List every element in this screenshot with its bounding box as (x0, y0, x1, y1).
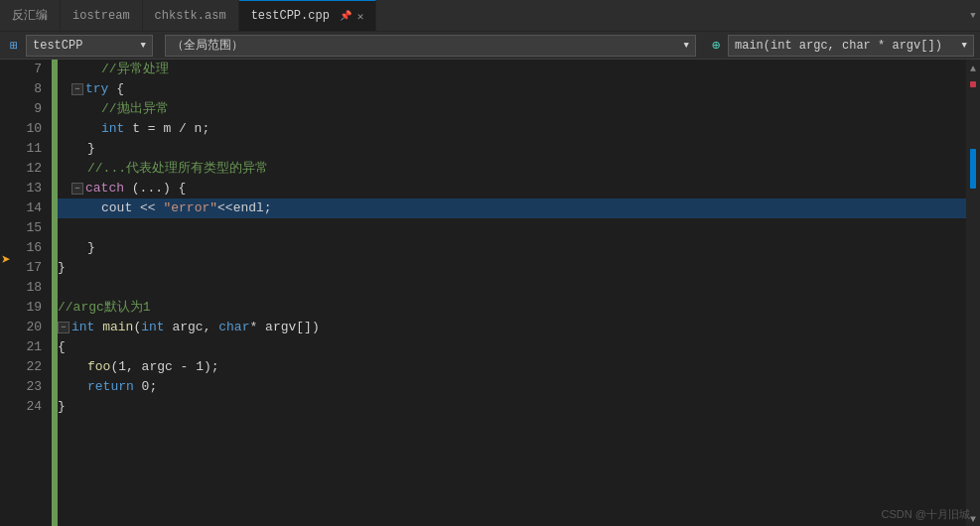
toolbar-middle: （全局范围） ▼ (159, 35, 702, 57)
token-plain: ( (133, 318, 141, 337)
token-kw: return (87, 377, 134, 397)
code-line-22: foo(1, argc - 1); (58, 357, 966, 377)
line-num-17: 17 (12, 258, 46, 278)
code-line-17: } (58, 258, 966, 278)
code-line-15 (58, 218, 966, 238)
tab-iostream[interactable]: iostream (61, 0, 143, 31)
code-line-9: //抛出异常 (58, 99, 966, 119)
function-dropdown[interactable]: main(int argc, char * argv[]) ▼ (728, 35, 974, 57)
token-fn: main (102, 318, 133, 337)
minimap-marker-red (970, 81, 976, 87)
token-plain (94, 318, 102, 337)
line-num-10: 10 (12, 119, 46, 139)
fold-icon-20[interactable]: − (58, 322, 70, 333)
code-line-21: { (58, 337, 966, 357)
scope-label: （全局范围） (172, 37, 243, 54)
minimap-thumb[interactable] (970, 149, 976, 189)
editor-main: ➤ 789101112131415161718192021222324 //异常… (0, 60, 980, 526)
fold-icon-8[interactable]: − (71, 83, 83, 95)
token-plain: (1, argc - 1); (110, 357, 218, 377)
fold-icon-13[interactable]: − (71, 183, 83, 195)
token-fn: foo (87, 357, 110, 377)
function-dropdown-arrow: ▼ (962, 41, 967, 51)
token-plain: argc, (165, 318, 219, 337)
code-line-18 (58, 278, 966, 298)
line-num-8: 8 (12, 79, 46, 99)
arrow-marker: ➤ (0, 250, 12, 270)
tab-bar: 反汇编 iostream chkstk.asm testCPP.cpp 📌 ✕ … (0, 0, 980, 32)
token-plain: { (58, 337, 66, 357)
token-comment: //抛出异常 (101, 99, 169, 119)
token-comment: //异常处理 (101, 60, 169, 79)
token-comment: //argc默认为1 (58, 298, 151, 318)
tab-testcpp-close[interactable]: ✕ (357, 10, 364, 23)
token-plain: * argv[]) (249, 318, 319, 337)
line-num-12: 12 (12, 159, 46, 179)
line-num-24: 24 (12, 397, 46, 417)
code-line-14: cout << "error"<<endl; (58, 198, 966, 218)
token-kw2: catch (85, 179, 124, 198)
line-num-20: 20 (12, 318, 46, 337)
code-line-11: } (58, 139, 966, 159)
line-num-15: 15 (12, 218, 46, 238)
code-line-19: //argc默认为1 (58, 298, 966, 318)
tab-testcpp-label: testCPP.cpp (251, 9, 330, 23)
token-string: "error" (163, 198, 217, 218)
line-num-19: 19 (12, 298, 46, 318)
scope-dropdown-arrow: ▼ (684, 41, 689, 51)
line-num-13: 13 (12, 179, 46, 198)
token-kw: char (218, 318, 249, 337)
tab-disasm[interactable]: 反汇编 (0, 0, 61, 31)
token-plain: } (87, 238, 95, 258)
project-dropdown[interactable]: testCPP ▼ (26, 35, 153, 57)
token-plain: <<endl; (217, 198, 272, 218)
line-num-16: 16 (12, 238, 46, 258)
code-line-24: } (58, 397, 966, 417)
code-line-16: } (58, 238, 966, 258)
token-plain: (...) { (124, 179, 186, 198)
toolbar: ⊞ testCPP ▼ （全局范围） ▼ ⊕ main(int argc, ch… (0, 32, 980, 60)
token-kw: int (101, 119, 124, 139)
scrollbar-track: ▲ ▼ (966, 60, 980, 526)
line-num-7: 7 (12, 60, 46, 79)
token-plain: } (58, 397, 66, 417)
code-line-12: //...代表处理所有类型的异常 (58, 159, 966, 179)
code-line-7: //异常处理 (58, 60, 966, 79)
token-kw: try (85, 79, 108, 99)
token-plain: cout << (101, 198, 163, 218)
toolbar-right: ⊕ main(int argc, char * argv[]) ▼ (702, 35, 980, 57)
project-dropdown-arrow: ▼ (141, 41, 146, 51)
tab-chkstk-label: chkstk.asm (155, 9, 226, 23)
line-numbers: 789101112131415161718192021222324 (12, 60, 52, 526)
line-num-23: 23 (12, 377, 46, 397)
line-num-14: 14 (12, 198, 46, 218)
line-num-11: 11 (12, 139, 46, 159)
code-area[interactable]: //异常处理−try {//抛出异常int t = m / n;}//...代表… (58, 60, 966, 526)
token-kw: int (141, 318, 164, 337)
tab-chkstk[interactable]: chkstk.asm (143, 0, 239, 31)
tab-pin-icon: 📌 (340, 10, 351, 22)
code-line-13: −catch (...) { (58, 179, 966, 198)
line-num-9: 9 (12, 99, 46, 119)
function-label: main(int argc, char * argv[]) (735, 39, 942, 53)
code-line-20: −int main(int argc, char* argv[]) (58, 318, 966, 337)
line-num-21: 21 (12, 337, 46, 357)
token-plain: 0; (134, 377, 157, 397)
token-plain: } (58, 258, 66, 278)
tab-disasm-label: 反汇编 (12, 7, 48, 24)
token-plain: t = m / n; (124, 119, 210, 139)
tab-iostream-label: iostream (72, 9, 130, 23)
code-line-10: int t = m / n; (58, 119, 966, 139)
token-plain: } (87, 139, 95, 159)
watermark: CSDN @十月旧城 (882, 507, 970, 522)
project-name: testCPP (33, 39, 82, 53)
scroll-up-arrow[interactable]: ▲ (966, 62, 980, 75)
left-gutter: ➤ (0, 60, 12, 526)
project-icon: ⊞ (6, 38, 22, 54)
scope-dropdown[interactable]: （全局范围） ▼ (165, 35, 696, 57)
code-line-23: return 0; (58, 377, 966, 397)
token-comment: //...代表处理所有类型的异常 (87, 159, 268, 179)
token-plain: { (108, 79, 124, 99)
tab-overflow-button[interactable]: ▼ (966, 0, 980, 31)
tab-testcpp[interactable]: testCPP.cpp 📌 ✕ (239, 0, 377, 31)
